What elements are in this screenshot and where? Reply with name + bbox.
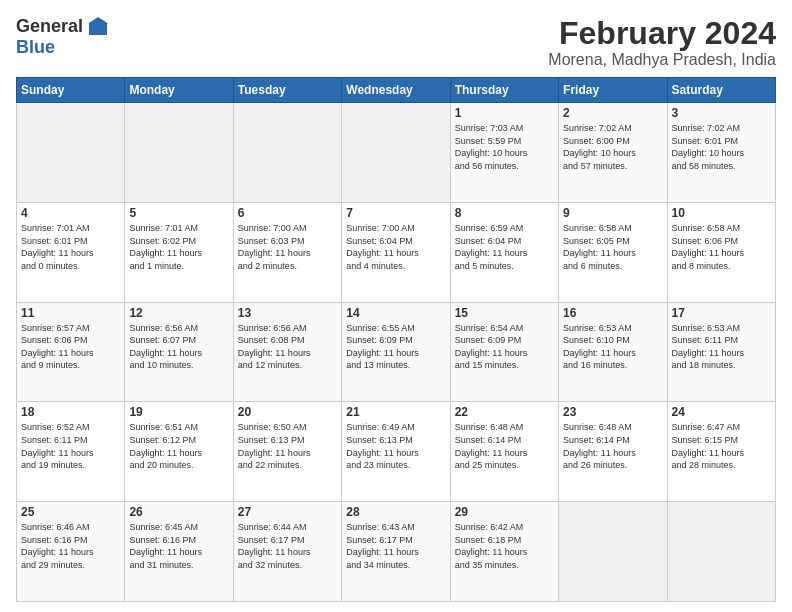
week-row-4: 18Sunrise: 6:52 AM Sunset: 6:11 PM Dayli… [17, 402, 776, 502]
day-header-friday: Friday [559, 78, 667, 103]
day-cell: 24Sunrise: 6:47 AM Sunset: 6:15 PM Dayli… [667, 402, 775, 502]
day-cell [233, 103, 341, 203]
week-row-3: 11Sunrise: 6:57 AM Sunset: 6:06 PM Dayli… [17, 302, 776, 402]
day-number: 6 [238, 206, 337, 220]
day-cell: 1Sunrise: 7:03 AM Sunset: 5:59 PM Daylig… [450, 103, 558, 203]
day-info: Sunrise: 6:59 AM Sunset: 6:04 PM Dayligh… [455, 222, 554, 272]
day-info: Sunrise: 6:46 AM Sunset: 6:16 PM Dayligh… [21, 521, 120, 571]
day-number: 5 [129, 206, 228, 220]
day-cell: 28Sunrise: 6:43 AM Sunset: 6:17 PM Dayli… [342, 502, 450, 602]
day-cell: 10Sunrise: 6:58 AM Sunset: 6:06 PM Dayli… [667, 202, 775, 302]
day-number: 3 [672, 106, 771, 120]
day-cell: 18Sunrise: 6:52 AM Sunset: 6:11 PM Dayli… [17, 402, 125, 502]
day-number: 29 [455, 505, 554, 519]
day-number: 19 [129, 405, 228, 419]
day-number: 24 [672, 405, 771, 419]
day-info: Sunrise: 6:53 AM Sunset: 6:10 PM Dayligh… [563, 322, 662, 372]
day-info: Sunrise: 6:58 AM Sunset: 6:06 PM Dayligh… [672, 222, 771, 272]
day-info: Sunrise: 6:54 AM Sunset: 6:09 PM Dayligh… [455, 322, 554, 372]
day-info: Sunrise: 6:47 AM Sunset: 6:15 PM Dayligh… [672, 421, 771, 471]
title-section: February 2024 Morena, Madhya Pradesh, In… [548, 16, 776, 69]
day-header-wednesday: Wednesday [342, 78, 450, 103]
day-number: 25 [21, 505, 120, 519]
month-title: February 2024 [548, 16, 776, 51]
logo-text: General [16, 16, 109, 37]
day-info: Sunrise: 6:53 AM Sunset: 6:11 PM Dayligh… [672, 322, 771, 372]
day-number: 7 [346, 206, 445, 220]
day-number: 23 [563, 405, 662, 419]
week-row-5: 25Sunrise: 6:46 AM Sunset: 6:16 PM Dayli… [17, 502, 776, 602]
day-info: Sunrise: 6:42 AM Sunset: 6:18 PM Dayligh… [455, 521, 554, 571]
day-header-saturday: Saturday [667, 78, 775, 103]
day-cell: 13Sunrise: 6:56 AM Sunset: 6:08 PM Dayli… [233, 302, 341, 402]
day-cell: 7Sunrise: 7:00 AM Sunset: 6:04 PM Daylig… [342, 202, 450, 302]
day-cell: 16Sunrise: 6:53 AM Sunset: 6:10 PM Dayli… [559, 302, 667, 402]
logo-icon [87, 15, 109, 37]
day-cell: 29Sunrise: 6:42 AM Sunset: 6:18 PM Dayli… [450, 502, 558, 602]
day-number: 12 [129, 306, 228, 320]
day-cell [17, 103, 125, 203]
day-info: Sunrise: 6:44 AM Sunset: 6:17 PM Dayligh… [238, 521, 337, 571]
day-number: 26 [129, 505, 228, 519]
day-number: 14 [346, 306, 445, 320]
day-cell: 27Sunrise: 6:44 AM Sunset: 6:17 PM Dayli… [233, 502, 341, 602]
day-number: 8 [455, 206, 554, 220]
day-info: Sunrise: 7:02 AM Sunset: 6:00 PM Dayligh… [563, 122, 662, 172]
day-info: Sunrise: 6:48 AM Sunset: 6:14 PM Dayligh… [563, 421, 662, 471]
day-info: Sunrise: 7:03 AM Sunset: 5:59 PM Dayligh… [455, 122, 554, 172]
day-cell: 26Sunrise: 6:45 AM Sunset: 6:16 PM Dayli… [125, 502, 233, 602]
day-info: Sunrise: 6:57 AM Sunset: 6:06 PM Dayligh… [21, 322, 120, 372]
day-cell: 23Sunrise: 6:48 AM Sunset: 6:14 PM Dayli… [559, 402, 667, 502]
logo-blue-text: Blue [16, 37, 55, 58]
logo-general: General [16, 16, 83, 37]
day-header-tuesday: Tuesday [233, 78, 341, 103]
day-cell: 11Sunrise: 6:57 AM Sunset: 6:06 PM Dayli… [17, 302, 125, 402]
day-info: Sunrise: 7:00 AM Sunset: 6:03 PM Dayligh… [238, 222, 337, 272]
day-number: 18 [21, 405, 120, 419]
day-header-thursday: Thursday [450, 78, 558, 103]
day-cell: 19Sunrise: 6:51 AM Sunset: 6:12 PM Dayli… [125, 402, 233, 502]
day-info: Sunrise: 6:43 AM Sunset: 6:17 PM Dayligh… [346, 521, 445, 571]
day-info: Sunrise: 6:45 AM Sunset: 6:16 PM Dayligh… [129, 521, 228, 571]
day-cell: 5Sunrise: 7:01 AM Sunset: 6:02 PM Daylig… [125, 202, 233, 302]
day-number: 10 [672, 206, 771, 220]
svg-marker-0 [89, 17, 107, 35]
day-number: 22 [455, 405, 554, 419]
day-info: Sunrise: 6:55 AM Sunset: 6:09 PM Dayligh… [346, 322, 445, 372]
day-info: Sunrise: 6:58 AM Sunset: 6:05 PM Dayligh… [563, 222, 662, 272]
day-cell: 8Sunrise: 6:59 AM Sunset: 6:04 PM Daylig… [450, 202, 558, 302]
day-info: Sunrise: 7:01 AM Sunset: 6:02 PM Dayligh… [129, 222, 228, 272]
day-number: 21 [346, 405, 445, 419]
day-info: Sunrise: 7:02 AM Sunset: 6:01 PM Dayligh… [672, 122, 771, 172]
day-info: Sunrise: 6:49 AM Sunset: 6:13 PM Dayligh… [346, 421, 445, 471]
logo: General Blue [16, 16, 109, 58]
day-cell [559, 502, 667, 602]
day-cell: 25Sunrise: 6:46 AM Sunset: 6:16 PM Dayli… [17, 502, 125, 602]
day-info: Sunrise: 6:48 AM Sunset: 6:14 PM Dayligh… [455, 421, 554, 471]
day-cell: 6Sunrise: 7:00 AM Sunset: 6:03 PM Daylig… [233, 202, 341, 302]
day-number: 16 [563, 306, 662, 320]
day-header-sunday: Sunday [17, 78, 125, 103]
day-info: Sunrise: 6:51 AM Sunset: 6:12 PM Dayligh… [129, 421, 228, 471]
day-number: 28 [346, 505, 445, 519]
day-cell: 20Sunrise: 6:50 AM Sunset: 6:13 PM Dayli… [233, 402, 341, 502]
day-cell [125, 103, 233, 203]
day-cell: 12Sunrise: 6:56 AM Sunset: 6:07 PM Dayli… [125, 302, 233, 402]
week-row-1: 1Sunrise: 7:03 AM Sunset: 5:59 PM Daylig… [17, 103, 776, 203]
day-header-monday: Monday [125, 78, 233, 103]
calendar-table: SundayMondayTuesdayWednesdayThursdayFrid… [16, 77, 776, 602]
header: General Blue February 2024 Morena, Madhy… [16, 16, 776, 69]
day-number: 4 [21, 206, 120, 220]
calendar-header-row: SundayMondayTuesdayWednesdayThursdayFrid… [17, 78, 776, 103]
day-number: 11 [21, 306, 120, 320]
day-cell: 15Sunrise: 6:54 AM Sunset: 6:09 PM Dayli… [450, 302, 558, 402]
location: Morena, Madhya Pradesh, India [548, 51, 776, 69]
day-number: 27 [238, 505, 337, 519]
day-number: 2 [563, 106, 662, 120]
day-info: Sunrise: 6:52 AM Sunset: 6:11 PM Dayligh… [21, 421, 120, 471]
day-number: 1 [455, 106, 554, 120]
day-info: Sunrise: 7:00 AM Sunset: 6:04 PM Dayligh… [346, 222, 445, 272]
day-number: 15 [455, 306, 554, 320]
page: General Blue February 2024 Morena, Madhy… [0, 0, 792, 612]
day-cell: 2Sunrise: 7:02 AM Sunset: 6:00 PM Daylig… [559, 103, 667, 203]
